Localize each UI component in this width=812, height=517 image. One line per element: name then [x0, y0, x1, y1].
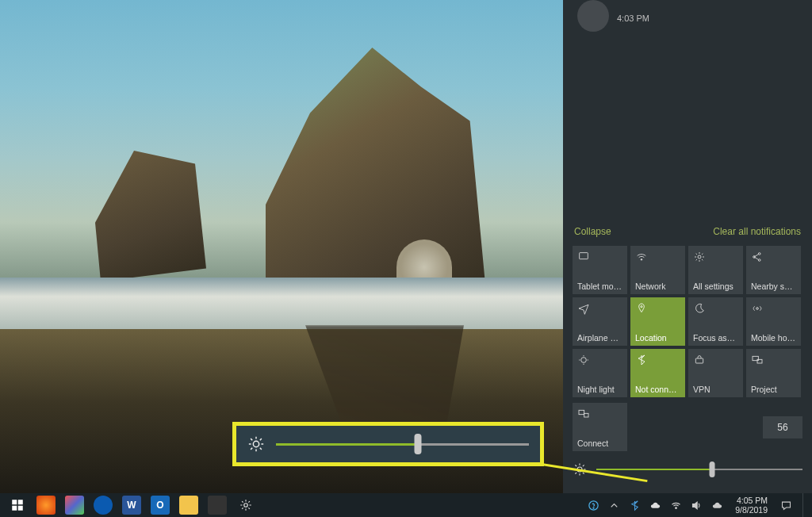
bluetooth-icon [635, 353, 680, 367]
svg-point-39 [675, 507, 676, 508]
svg-line-8 [260, 438, 262, 440]
night-light-icon [577, 353, 622, 367]
taskbar-time: 4:05 PM [735, 496, 768, 505]
taskbar-app-photos[interactable] [89, 493, 117, 517]
taskbar-app-word[interactable]: W [117, 493, 146, 517]
tile-airplane-mode[interactable]: Airplane mode [573, 297, 627, 346]
taskbar: W O 4:05 PM 9/8/2019 [0, 493, 812, 517]
svg-point-15 [641, 306, 642, 308]
svg-line-31 [583, 465, 584, 466]
tile-nearby-sharing[interactable]: Nearby sharing [746, 246, 801, 294]
notification-avatar [577, 0, 609, 32]
svg-point-0 [253, 441, 259, 446]
moon-icon [693, 301, 738, 316]
svg-rect-18 [695, 358, 703, 363]
svg-rect-32 [12, 500, 17, 504]
svg-rect-33 [18, 500, 23, 504]
taskbar-app-explorer[interactable] [174, 493, 203, 517]
svg-line-29 [583, 473, 584, 474]
taskbar-app-settings[interactable] [232, 493, 260, 517]
tile-label: Location [635, 333, 680, 343]
svg-line-6 [260, 448, 262, 450]
brightness-slider-track-callout[interactable] [276, 443, 529, 446]
tile-night-light[interactable]: Night light [573, 349, 627, 397]
tile-vpn[interactable]: VPN [688, 349, 743, 397]
wifi-icon [635, 250, 680, 264]
tile-connect[interactable]: Connect [573, 403, 627, 451]
brightness-icon [247, 435, 265, 453]
tile-label: Not connected [635, 385, 680, 394]
taskbar-clock[interactable]: 4:05 PM 9/8/2019 [730, 496, 772, 515]
svg-line-5 [251, 438, 252, 440]
brightness-slider-callout [232, 422, 544, 466]
tile-focus-assist[interactable]: Focus assist [688, 297, 743, 346]
svg-line-28 [575, 465, 576, 466]
taskbar-app-firefox[interactable] [32, 493, 60, 517]
svg-line-7 [251, 448, 252, 450]
connect-icon [577, 407, 622, 421]
tile-network[interactable]: Network [630, 246, 685, 294]
tile-label: Mobile hotspot [751, 333, 796, 343]
svg-point-16 [756, 308, 759, 310]
svg-point-10 [641, 259, 642, 261]
hotspot-icon [751, 301, 796, 316]
taskbar-app-outlook[interactable]: O [146, 493, 174, 517]
taskbar-app-calculator[interactable] [203, 493, 232, 517]
tablet-icon [577, 250, 622, 264]
show-desktop-button[interactable] [802, 493, 807, 517]
svg-point-11 [698, 255, 701, 258]
tray-action-center-icon[interactable] [779, 498, 793, 512]
tile-label: Airplane mode [577, 333, 622, 343]
tile-all-settings[interactable]: All settings [688, 246, 743, 294]
airplane-icon [577, 301, 622, 316]
tile-mobile-hotspot[interactable]: Mobile hotspot [746, 297, 801, 346]
tray-bluetooth-icon[interactable] [627, 498, 642, 512]
svg-rect-34 [12, 506, 17, 511]
gear-icon [693, 250, 738, 264]
brightness-slider-thumb[interactable] [709, 461, 714, 477]
brightness-slider-fill [596, 469, 712, 470]
quick-actions-grid: Tablet mode Network All settings Nearby … [573, 246, 802, 397]
taskbar-date: 9/8/2019 [735, 505, 768, 515]
tile-label: Project [751, 385, 796, 394]
share-icon [751, 250, 796, 264]
svg-point-14 [758, 259, 760, 262]
tile-location[interactable]: Location [630, 297, 685, 346]
taskbar-app-paint[interactable] [60, 493, 89, 517]
tile-label: Nearby sharing [751, 281, 796, 291]
tile-project[interactable]: Project [746, 349, 801, 397]
start-button[interactable] [3, 493, 32, 517]
tray-chevron-up-icon[interactable] [607, 498, 621, 512]
reflection [0, 329, 563, 493]
tile-label: Network [635, 281, 680, 291]
svg-point-13 [758, 253, 760, 255]
location-icon [635, 301, 680, 316]
tray-onedrive-icon[interactable] [648, 498, 662, 512]
svg-point-38 [593, 507, 594, 508]
brightness-slider[interactable] [596, 469, 802, 470]
tile-label: Connect [577, 438, 622, 448]
tile-label: Night light [577, 385, 622, 394]
tile-label: VPN [693, 385, 738, 394]
vpn-icon [693, 353, 738, 367]
collapse-link[interactable]: Collapse [574, 226, 611, 237]
clear-all-link[interactable]: Clear all notifications [713, 226, 801, 237]
svg-rect-35 [18, 506, 23, 511]
tile-bluetooth[interactable]: Not connected [630, 349, 685, 397]
tray-help-icon[interactable] [586, 498, 600, 512]
tray-wifi-icon[interactable] [668, 498, 683, 512]
tile-label: Tablet mode [577, 281, 622, 291]
svg-rect-22 [584, 413, 588, 417]
tray-volume-icon[interactable] [689, 498, 703, 512]
tray-syncing-icon[interactable] [710, 498, 724, 512]
brightness-slider-thumb[interactable] [414, 434, 421, 454]
svg-rect-9 [580, 253, 588, 259]
tile-label: Focus assist [693, 333, 738, 343]
svg-point-17 [581, 358, 587, 363]
project-icon [751, 353, 796, 367]
desktop-wallpaper[interactable] [0, 0, 563, 493]
svg-point-36 [244, 504, 248, 507]
tile-tablet-mode[interactable]: Tablet mode [573, 246, 627, 294]
brightness-value: 56 [763, 416, 802, 438]
tile-label: All settings [693, 281, 738, 291]
